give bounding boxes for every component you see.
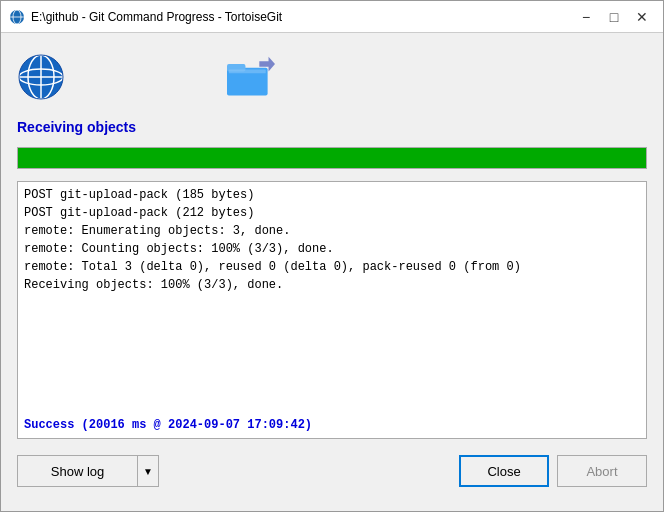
main-window: E:\github - Git Command Progress - Torto…: [0, 0, 664, 512]
button-row: Show log ▼ Close Abort: [17, 451, 647, 495]
svg-rect-12: [229, 70, 266, 74]
folder-icon: [227, 53, 277, 103]
log-text: POST git-upload-pack (185 bytes)POST git…: [24, 186, 640, 416]
action-buttons: Close Abort: [459, 455, 647, 487]
progress-bar-fill: [18, 148, 646, 168]
show-log-button[interactable]: Show log: [17, 455, 137, 487]
abort-button[interactable]: Abort: [557, 455, 647, 487]
maximize-button[interactable]: □: [601, 4, 627, 30]
minimize-button[interactable]: −: [573, 4, 599, 30]
icons-row: [17, 49, 647, 111]
window-title: E:\github - Git Command Progress - Torto…: [31, 10, 573, 24]
progress-bar-container: [17, 147, 647, 169]
app-icon: [9, 9, 25, 25]
log-area[interactable]: POST git-upload-pack (185 bytes)POST git…: [17, 181, 647, 439]
title-bar: E:\github - Git Command Progress - Torto…: [1, 1, 663, 33]
log-success-line: Success (20016 ms @ 2024-09-07 17:09:42): [24, 416, 640, 434]
show-log-group: Show log ▼: [17, 455, 159, 487]
content-area: Receiving objects POST git-upload-pack (…: [1, 33, 663, 511]
close-button[interactable]: Close: [459, 455, 549, 487]
window-controls: − □ ✕: [573, 4, 655, 30]
status-label: Receiving objects: [17, 119, 647, 135]
close-window-button[interactable]: ✕: [629, 4, 655, 30]
show-log-dropdown-button[interactable]: ▼: [137, 455, 159, 487]
globe-icon: [17, 53, 67, 103]
